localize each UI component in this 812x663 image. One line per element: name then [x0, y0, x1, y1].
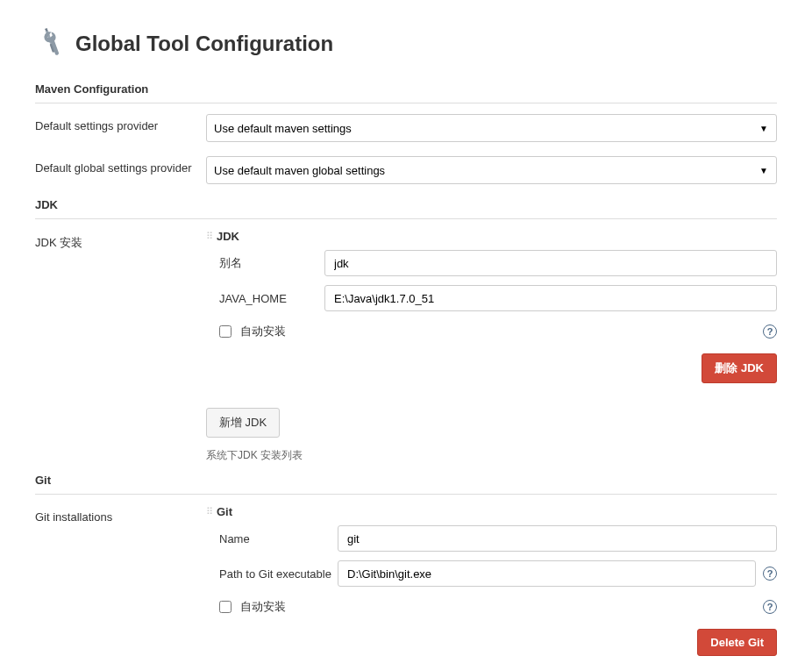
default-settings-label: Default settings provider [35, 114, 206, 132]
jdk-javahome-input[interactable] [324, 285, 777, 311]
git-name-label: Name [206, 532, 338, 545]
git-installations-row: Git installations ⠿ Git Name Path to Git… [35, 505, 777, 663]
jdk-autoinstall-checkbox[interactable] [219, 325, 231, 338]
maven-default-settings-row: Default settings provider Use default ma… [35, 114, 777, 142]
jdk-alias-label: 别名 [206, 255, 324, 271]
help-icon[interactable]: ? [763, 600, 777, 614]
maven-section-title: Maven Configuration [35, 82, 777, 96]
git-name-row: Name [206, 525, 777, 552]
default-global-label: Default global settings provider [35, 156, 206, 175]
divider [35, 218, 777, 219]
default-global-select[interactable]: Use default maven global settings [206, 156, 777, 184]
maven-default-global-row: Default global settings provider Use def… [35, 156, 777, 184]
git-path-label: Path to Git executable [206, 567, 338, 581]
git-name-input[interactable] [338, 525, 777, 552]
page-title: Global Tool Configuration [75, 32, 333, 56]
wrench-screwdriver-icon [35, 26, 67, 61]
jdk-install-label: JDK 安装 [35, 230, 206, 251]
jdk-list-hint: 系统下JDK 安装列表 [206, 448, 777, 463]
jdk-alias-row: 别名 [206, 250, 777, 276]
jdk-autoinstall-label: 自动安装 [240, 324, 286, 339]
git-installations-label: Git installations [35, 505, 206, 524]
jdk-install-row: JDK 安装 ⠿ JDK 别名 JAVA_HOME 自动安装 ? [35, 230, 777, 390]
git-autoinstall-checkbox[interactable] [219, 601, 231, 613]
git-autoinstall-row: 自动安装 ? [206, 599, 777, 615]
drag-handle-icon[interactable]: ⠿ [206, 507, 211, 517]
drag-handle-icon[interactable]: ⠿ [206, 232, 211, 241]
delete-jdk-button[interactable]: 删除 JDK [702, 353, 777, 383]
default-settings-select[interactable]: Use default maven settings [206, 114, 777, 142]
git-path-row: Path to Git executable ? [206, 560, 777, 587]
help-icon[interactable]: ? [763, 567, 777, 581]
delete-git-button[interactable]: Delete Git [697, 629, 777, 656]
add-jdk-button[interactable]: 新增 JDK [206, 408, 280, 438]
jdk-alias-input[interactable] [324, 250, 777, 276]
divider [35, 494, 777, 495]
jdk-sub-header-label: JDK [217, 230, 239, 243]
divider [35, 103, 777, 103]
jdk-autoinstall-row: 自动安装 ? [206, 324, 777, 339]
jdk-sub-header: ⠿ JDK [206, 230, 777, 243]
git-sub-header: ⠿ Git [206, 505, 777, 518]
git-autoinstall-label: 自动安装 [240, 599, 286, 615]
jdk-javahome-row: JAVA_HOME [206, 285, 777, 311]
help-icon[interactable]: ? [763, 324, 777, 339]
git-section-title: Git [35, 474, 777, 487]
git-sub-header-label: Git [217, 505, 232, 518]
jdk-javahome-label: JAVA_HOME [206, 292, 324, 305]
git-path-input[interactable] [338, 560, 756, 587]
page-header: Global Tool Configuration [35, 26, 777, 61]
jdk-section-title: JDK [35, 198, 777, 211]
